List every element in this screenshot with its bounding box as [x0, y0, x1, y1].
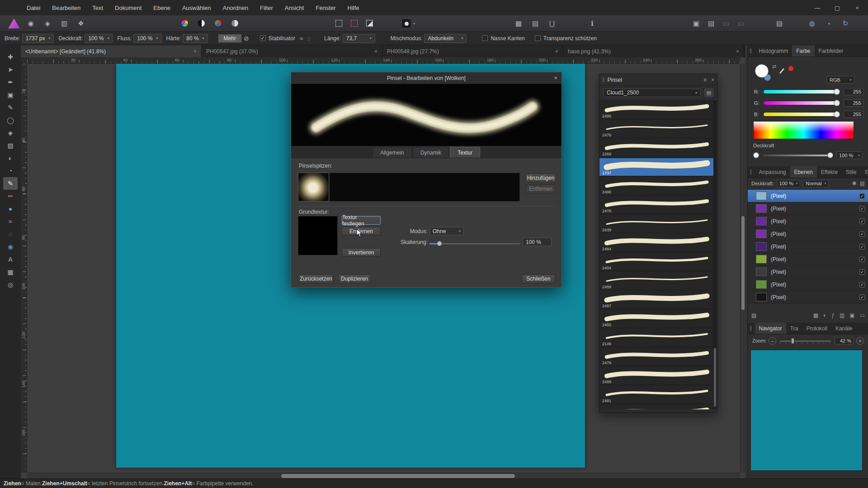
mesh-warp-tool[interactable]: ◉ — [3, 240, 18, 253]
layer-visibility-checkbox[interactable]: ✓ — [859, 219, 865, 224]
brush-item[interactable]: 2500 — [599, 405, 714, 409]
flood-select-tool[interactable]: ◈ — [3, 127, 18, 139]
stabilisator-checkbox[interactable] — [260, 35, 266, 41]
document-tab[interactable]: hase.png (41.3%)× — [563, 45, 744, 57]
photo-persona-icon[interactable]: ◉ — [25, 18, 36, 29]
maximize-button[interactable]: ▢ — [833, 5, 842, 11]
snapshot-list-icon[interactable]: ▤ — [706, 18, 717, 29]
new-layer-icon[interactable]: ▣ — [849, 312, 854, 319]
zoom-slider-thumb[interactable] — [791, 338, 794, 344]
mask-layer-icon[interactable]: ▦ — [813, 312, 818, 319]
brush-import-icon[interactable]: ▤ — [704, 89, 713, 97]
panel-grip-icon[interactable]: ∥ — [750, 48, 752, 54]
blur-tool[interactable]: ◌ — [3, 228, 18, 240]
tab-effekte[interactable]: Effekte — [817, 166, 842, 178]
brush-item[interactable]: 2404 — [599, 253, 714, 271]
invert-texture-button[interactable]: Invertieren — [342, 248, 381, 257]
paint-brush-tool[interactable]: ✎ — [3, 177, 18, 190]
panel-grip-icon[interactable]: ∥ — [750, 169, 752, 175]
selection-brush-tool[interactable]: ✎ — [3, 101, 18, 114]
brush-item[interactable]: 2479 — [599, 348, 714, 366]
move-tool[interactable]: ➤ — [3, 63, 18, 76]
vertical-scrollbar[interactable] — [740, 64, 745, 473]
panel-close-icon[interactable]: × — [711, 77, 714, 83]
menu-datei[interactable]: Datei — [21, 0, 46, 15]
layer-row[interactable]: (Pixel)✓ — [748, 202, 868, 215]
scaling-slider-track[interactable] — [429, 243, 520, 244]
export-persona-icon[interactable]: ❖ — [75, 18, 86, 29]
assistant-icon[interactable]: ℹ — [587, 18, 598, 29]
width-dropdown[interactable]: 1737 px — [22, 34, 54, 43]
vertical-scrollbar-thumb[interactable] — [741, 216, 745, 310]
zoom-value-field[interactable]: 42 % — [835, 337, 854, 344]
layer-visibility-checkbox[interactable]: ✓ — [859, 231, 865, 237]
protect-alpha-checkbox[interactable] — [535, 35, 541, 41]
menu-auswählen[interactable]: Auswählen — [176, 0, 217, 15]
view-tool[interactable]: ✚ — [3, 51, 18, 63]
menu-ebene[interactable]: Ebene — [147, 0, 176, 15]
redo-icon[interactable]: ▭ — [736, 18, 746, 29]
brush-list-scrollbar[interactable] — [713, 100, 717, 409]
color-opacity-slider[interactable] — [763, 155, 831, 156]
minimize-button[interactable]: — — [813, 5, 822, 11]
slider-knob[interactable] — [834, 100, 840, 106]
lock-icon[interactable]: ✱ — [852, 180, 857, 187]
mehr-button[interactable]: Mehr — [218, 34, 242, 43]
brush-item[interactable]: 1737 — [599, 158, 714, 176]
window-stabilizer-icon[interactable]: ◌ — [307, 35, 311, 42]
close-button[interactable]: × — [853, 5, 862, 11]
add-tip-button[interactable]: Hinzufügen — [525, 174, 556, 183]
color-slider-track[interactable] — [763, 89, 838, 94]
panel-grip-icon[interactable]: ∥ — [602, 77, 605, 83]
chevron-down-icon[interactable]: ▾ — [413, 22, 415, 26]
layer-row[interactable]: (Pixel)✓ — [748, 240, 868, 253]
tab-histogramm[interactable]: Histogramm — [755, 45, 793, 56]
tab-navigator[interactable]: Navigator — [755, 323, 786, 334]
group-layers-icon[interactable]: ▥ — [840, 312, 844, 319]
opacity-dropdown[interactable]: 100 % — [85, 34, 113, 43]
layer-row[interactable]: (Pixel)✓ — [748, 266, 868, 278]
color-picker-tool[interactable]: ✒ — [3, 76, 18, 89]
color-replacement-tool[interactable]: ● — [3, 202, 18, 215]
grayscale-circle-icon[interactable] — [231, 19, 239, 27]
menu-bearbeiten[interactable]: Bearbeiten — [46, 0, 86, 15]
layer-visibility-checkbox[interactable]: ✓ — [859, 193, 865, 199]
tab-ebenen[interactable]: Ebenen — [790, 166, 817, 178]
remove-texture-button[interactable]: Entfernen — [342, 227, 381, 235]
snapping-magnet-icon[interactable]: ⋃ — [547, 18, 557, 29]
dialog-tab-textur[interactable]: Textur — [450, 147, 480, 158]
brush-item[interactable]: 2268 — [599, 139, 714, 157]
tab-stock[interactable]: Stock — [860, 166, 868, 178]
zoom-slider[interactable] — [780, 338, 831, 344]
layers-opacity-dropdown[interactable]: 100 % — [777, 180, 801, 188]
dialog-tab-allgemein[interactable]: Allgemein — [373, 147, 412, 158]
grid-icon[interactable]: ▦ — [513, 18, 524, 29]
zoom-tool[interactable]: ◎ — [3, 278, 18, 291]
reset-button[interactable]: Zurücksetzen — [299, 274, 333, 283]
selection-add-icon[interactable] — [351, 20, 358, 27]
menu-filter[interactable]: Filter — [254, 0, 279, 15]
layer-row[interactable]: (Pixel)✓ — [748, 215, 868, 228]
horizontal-scrollbar-thumb[interactable] — [281, 474, 515, 478]
develop-persona-icon[interactable]: ▥ — [59, 18, 70, 29]
layer-row[interactable]: (Pixel)✓ — [748, 228, 868, 240]
brush-item[interactable]: 2489 — [599, 272, 714, 290]
tab-anpassung[interactable]: Anpassung — [755, 166, 790, 178]
remove-tip-button[interactable]: Entfernen — [525, 184, 556, 193]
adjustment-layer-icon[interactable]: ◐ — [823, 312, 826, 319]
document-tab[interactable]: <Unbenannt> [Geändert] (41.8%)× — [21, 45, 202, 57]
scaling-value-field[interactable]: 100 % — [523, 238, 552, 246]
rotate-view-icon[interactable]: ↻ — [840, 18, 851, 29]
layer-visibility-checkbox[interactable]: ✓ — [859, 282, 865, 287]
menu-ansicht[interactable]: Ansicht — [279, 0, 310, 15]
tab-farbfelder[interactable]: Farbfelder — [815, 45, 848, 56]
quick-mask-icon[interactable] — [401, 19, 411, 28]
close-tab-icon[interactable]: × — [555, 48, 558, 55]
layer-visibility-checkbox[interactable]: ✓ — [859, 295, 865, 300]
brush-item[interactable]: 2491 — [599, 386, 714, 404]
add-snapshot-icon[interactable]: ▣ — [691, 18, 702, 29]
brush-item[interactable]: 2439 — [599, 215, 714, 233]
color-spectrum[interactable] — [753, 121, 854, 139]
brush-item[interactable]: 2478 — [599, 196, 714, 214]
slider-knob[interactable] — [834, 111, 840, 117]
